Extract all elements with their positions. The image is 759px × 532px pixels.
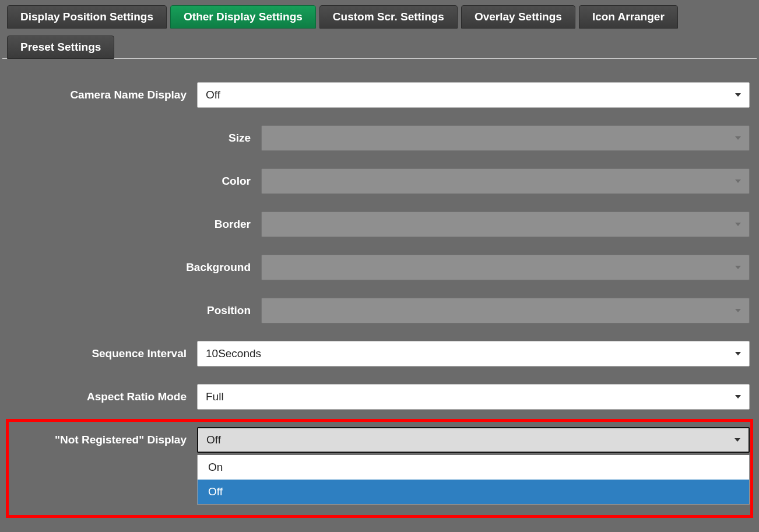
dropdown-not-registered: On Off (197, 455, 750, 505)
select-border (261, 212, 750, 237)
label-aspect-ratio-mode: Aspect Ratio Mode (9, 390, 197, 403)
option-on[interactable]: On (198, 455, 749, 480)
chevron-down-icon (735, 223, 741, 226)
select-color (261, 168, 750, 194)
option-off[interactable]: Off (198, 480, 749, 504)
select-position (261, 298, 750, 323)
select-value: Full (206, 390, 224, 403)
tab-overlay-settings[interactable]: Overlay Settings (461, 5, 575, 29)
chevron-down-icon (735, 309, 741, 312)
select-value: 10Seconds (206, 347, 261, 360)
select-sequence-interval[interactable]: 10Seconds (197, 341, 750, 367)
label-camera-name-display: Camera Name Display (9, 89, 197, 101)
select-aspect-ratio-mode[interactable]: Full (197, 384, 750, 410)
tab-preset-settings[interactable]: Preset Settings (7, 36, 114, 59)
label-not-registered-display: "Not Registered" Display (9, 434, 197, 446)
label-sequence-interval: Sequence Interval (9, 347, 197, 360)
select-not-registered-display[interactable]: Off (197, 427, 750, 453)
chevron-down-icon (735, 352, 741, 355)
chevron-down-icon (735, 93, 741, 97)
label-color: Color (9, 175, 261, 188)
tab-custom-scr-settings[interactable]: Custom Scr. Settings (319, 5, 458, 29)
tab-other-display-settings[interactable]: Other Display Settings (170, 5, 316, 29)
select-size (261, 125, 750, 151)
chevron-down-icon (735, 179, 741, 183)
chevron-down-icon (735, 395, 741, 399)
tab-display-position-settings[interactable]: Display Position Settings (7, 5, 167, 29)
tab-icon-arranger[interactable]: Icon Arranger (579, 5, 678, 29)
label-position: Position (9, 304, 261, 317)
settings-panel: Camera Name Display Off Size Color Borde… (2, 59, 757, 453)
label-border: Border (9, 218, 261, 231)
label-background: Background (9, 261, 261, 274)
chevron-down-icon (735, 136, 741, 140)
tab-bar: Display Position Settings Other Display … (2, 2, 757, 59)
select-background (261, 255, 750, 280)
chevron-down-icon (735, 438, 740, 442)
select-camera-name-display[interactable]: Off (197, 82, 750, 108)
select-value: Off (206, 434, 221, 446)
select-value: Off (206, 89, 220, 101)
label-size: Size (9, 132, 261, 145)
chevron-down-icon (735, 266, 741, 269)
